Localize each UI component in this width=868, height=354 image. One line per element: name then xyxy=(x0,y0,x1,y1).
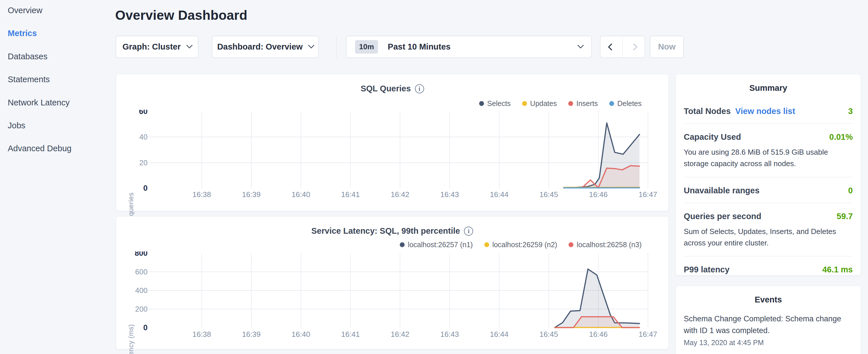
event-item[interactable]: Schema Change Completed: Schema change w… xyxy=(684,313,853,347)
series-dot-icon xyxy=(609,101,614,106)
chevron-down-icon xyxy=(308,42,315,49)
page-title: Overview Dashboard xyxy=(115,7,247,23)
graph-dropdown[interactable]: Graph: Cluster xyxy=(116,36,198,58)
time-range-label: Past 10 Minutes xyxy=(388,42,578,52)
total-nodes-label: Total Nodes xyxy=(684,106,731,116)
legend-label: Updates xyxy=(530,99,557,108)
service-latency-plot[interactable]: 16:3816:3916:4016:4116:4216:4316:4416:45… xyxy=(116,252,669,346)
dashboard-dropdown-label: Dashboard: Overview xyxy=(217,42,303,52)
chart-title-row: SQL Queries xyxy=(116,84,669,93)
sidebar-item-overview[interactable]: Overview xyxy=(8,6,42,15)
svg-text:16:45: 16:45 xyxy=(539,330,558,339)
service-latency-chart-card: Service Latency: SQL, 99th percentile lo… xyxy=(116,216,669,349)
service-latency-chart-title: Service Latency: SQL, 99th percentile xyxy=(311,226,460,235)
legend-item: localhost:26259 (n2) xyxy=(484,240,557,249)
sql-queries-chart-title: SQL Queries xyxy=(361,84,411,93)
chart-title-row: Service Latency: SQL, 99th percentile xyxy=(116,226,669,236)
svg-text:16:43: 16:43 xyxy=(440,330,459,339)
svg-text:16:43: 16:43 xyxy=(440,190,459,199)
svg-text:16:47: 16:47 xyxy=(639,330,657,339)
info-icon[interactable] xyxy=(415,84,424,93)
series-dot-icon xyxy=(568,242,574,247)
chevron-left-icon xyxy=(608,43,615,51)
svg-text:16:39: 16:39 xyxy=(242,190,260,199)
svg-text:16:44: 16:44 xyxy=(490,190,508,199)
sidebar-item-statements[interactable]: Statements xyxy=(8,75,50,84)
svg-text:16:41: 16:41 xyxy=(341,190,360,199)
time-step-buttons xyxy=(600,36,645,58)
svg-text:800: 800 xyxy=(135,252,148,257)
svg-text:0: 0 xyxy=(143,184,148,192)
svg-text:16:47: 16:47 xyxy=(639,190,657,199)
summary-row-p99: P99 latency 46.1 ms xyxy=(684,256,853,282)
qps-label: Queries per second xyxy=(684,212,762,221)
view-nodes-list-link[interactable]: View nodes list xyxy=(735,106,795,116)
series-dot-icon xyxy=(568,101,573,106)
svg-text:20: 20 xyxy=(139,158,148,167)
legend-item: Updates xyxy=(522,99,557,108)
chevron-right-icon xyxy=(630,43,637,51)
legend-label: localhost:26259 (n2) xyxy=(492,240,557,249)
svg-text:16:45: 16:45 xyxy=(539,190,558,199)
svg-text:16:42: 16:42 xyxy=(391,190,409,199)
summary-row-total-nodes: Total Nodes View nodes list 3 xyxy=(684,93,853,123)
legend-item: Inserts xyxy=(568,99,598,108)
chevron-down-icon xyxy=(186,42,192,49)
svg-text:16:38: 16:38 xyxy=(192,330,211,339)
svg-text:40: 40 xyxy=(139,133,148,141)
svg-text:16:42: 16:42 xyxy=(391,330,409,339)
svg-text:400: 400 xyxy=(135,286,148,295)
time-back-button[interactable] xyxy=(600,36,622,58)
controls-bar: Graph: Cluster Dashboard: Overview 10m P… xyxy=(0,36,868,58)
legend-label: localhost:26257 (n1) xyxy=(408,240,473,249)
sidebar-item-network-latency[interactable]: Network Latency xyxy=(8,98,70,107)
total-nodes-value: 3 xyxy=(848,106,853,116)
capacity-used-description: You are using 28.6 MiB of 515.9 GiB usab… xyxy=(684,147,853,169)
capacity-used-value: 0.01% xyxy=(829,132,853,142)
sql-queries-plot[interactable]: 16:3816:3916:4016:4116:4216:4316:4416:45… xyxy=(116,110,669,204)
controls-divider xyxy=(336,36,337,58)
svg-text:200: 200 xyxy=(135,305,148,313)
sidebar-item-jobs[interactable]: Jobs xyxy=(8,121,25,130)
now-button[interactable]: Now xyxy=(650,36,684,58)
summary-panel: Summary Total Nodes View nodes list 3 Ca… xyxy=(676,74,861,276)
capacity-used-label: Capacity Used xyxy=(684,132,741,142)
legend-item: Deletes xyxy=(609,99,642,108)
svg-text:16:46: 16:46 xyxy=(589,330,608,339)
p99-latency-value: 46.1 ms xyxy=(823,265,853,275)
chevron-down-icon xyxy=(578,42,584,49)
info-icon[interactable] xyxy=(464,227,473,236)
unavailable-ranges-label: Unavailable ranges xyxy=(684,186,760,195)
svg-text:16:40: 16:40 xyxy=(291,190,310,199)
sidebar-item-advanced-debug[interactable]: Advanced Debug xyxy=(8,144,72,153)
time-range-badge: 10m xyxy=(355,40,378,54)
svg-text:16:38: 16:38 xyxy=(192,190,211,199)
svg-text:16:41: 16:41 xyxy=(341,330,360,339)
summary-row-unavailable-ranges: Unavailable ranges 0 xyxy=(684,177,853,203)
svg-text:16:46: 16:46 xyxy=(589,190,608,199)
dashboard-dropdown[interactable]: Dashboard: Overview xyxy=(212,36,319,58)
legend-label: Selects xyxy=(487,99,510,108)
legend-item: localhost:26258 (n3) xyxy=(568,240,642,249)
sql-queries-legend: Selects Updates Inserts Deletes xyxy=(479,99,642,108)
p99-latency-label: P99 latency xyxy=(684,265,730,275)
series-dot-icon xyxy=(479,101,484,106)
events-panel: Events Schema Change Completed: Schema c… xyxy=(676,286,861,354)
graph-dropdown-label: Graph: Cluster xyxy=(122,42,181,52)
sql-queries-chart-card: SQL Queries Selects Updates Inserts Dele… xyxy=(116,74,669,211)
event-timestamp: May 13, 2020 at 4:45 PM xyxy=(684,339,853,347)
svg-text:16:44: 16:44 xyxy=(490,330,508,339)
summary-heading: Summary xyxy=(676,74,861,93)
svg-text:600: 600 xyxy=(135,267,148,276)
events-body: Schema Change Completed: Schema change w… xyxy=(676,313,861,347)
event-text: Schema Change Completed: Schema change w… xyxy=(684,313,853,336)
service-latency-legend: localhost:26257 (n1) localhost:26259 (n2… xyxy=(400,240,642,249)
svg-text:60: 60 xyxy=(139,110,148,116)
qps-value: 59.7 xyxy=(837,212,853,221)
svg-text:16:40: 16:40 xyxy=(291,330,310,339)
time-forward-button[interactable] xyxy=(622,36,645,58)
legend-item: Selects xyxy=(479,99,510,108)
summary-body: Total Nodes View nodes list 3 Capacity U… xyxy=(676,93,861,282)
time-range-selector[interactable]: 10m Past 10 Minutes xyxy=(346,36,592,58)
events-heading: Events xyxy=(676,286,861,304)
